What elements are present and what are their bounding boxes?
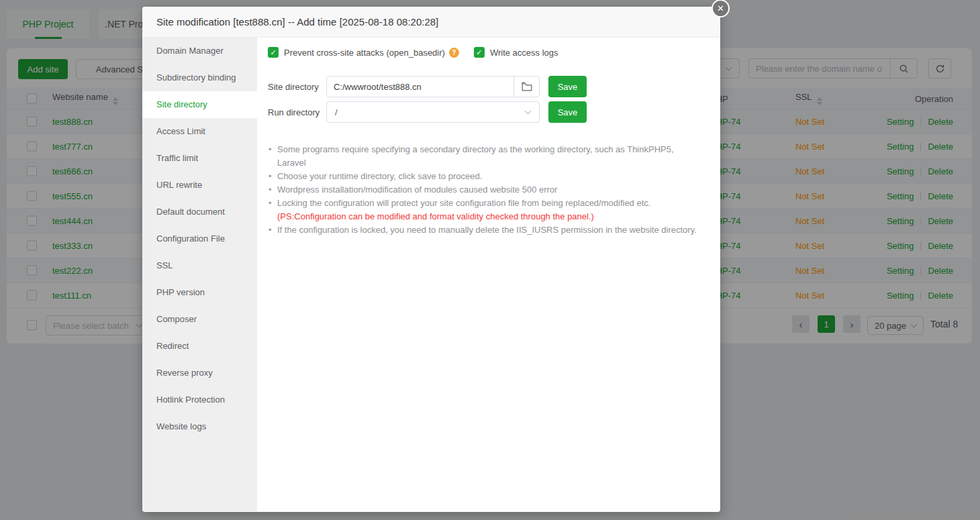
open-basedir-checkbox[interactable]: ✓ — [268, 47, 279, 58]
note-item: If the configuration is locked, you need… — [268, 223, 704, 237]
site-directory-panel: ✓ Prevent cross-site attacks (open_based… — [257, 38, 720, 511]
run-directory-label: Run directory — [268, 107, 326, 117]
menu-redirect[interactable]: Redirect — [142, 333, 257, 360]
note-item: Some programs require specifying a secon… — [268, 143, 704, 170]
note-warning: (PS:Configuration can be modified and fo… — [277, 210, 704, 223]
menu-configuration-file[interactable]: Configuration File — [142, 225, 257, 252]
menu-traffic-limit[interactable]: Traffic limit — [142, 145, 257, 172]
close-icon[interactable]: ✕ — [712, 0, 730, 17]
site-directory-label: Site directory — [268, 82, 326, 92]
menu-site-directory[interactable]: Site directory — [142, 91, 257, 118]
menu-subdirectory-binding[interactable]: Subdirectory binding — [142, 64, 257, 91]
menu-default-document[interactable]: Default document — [142, 199, 257, 225]
folder-icon — [522, 82, 532, 91]
note-item: Locking the configuration will protect y… — [268, 197, 704, 223]
menu-domain-manager[interactable]: Domain Manager — [142, 38, 257, 64]
dialog-sidebar: Domain Manager Subdirectory binding Site… — [142, 38, 257, 511]
note-item: Choose your runtime directory, click sav… — [268, 170, 704, 183]
menu-php-version[interactable]: PHP version — [142, 279, 257, 306]
run-directory-select[interactable]: / — [326, 101, 540, 123]
site-directory-group — [326, 76, 540, 97]
menu-access-limit[interactable]: Access Limit — [142, 118, 257, 145]
menu-hotlink-protection[interactable]: Hotlink Protection — [142, 386, 257, 413]
help-icon[interactable]: ? — [449, 48, 459, 58]
notes-list: Some programs require specifying a secon… — [268, 143, 704, 237]
save-site-directory-button[interactable]: Save — [548, 76, 587, 97]
menu-ssl[interactable]: SSL — [142, 252, 257, 279]
site-modification-dialog: ✕ Site modification [test888.cn] -- Add … — [142, 7, 720, 512]
open-basedir-label: Prevent cross-site attacks (open_basedir… — [284, 48, 445, 58]
menu-url-rewrite[interactable]: URL rewrite — [142, 172, 257, 199]
browse-folder-button[interactable] — [513, 76, 539, 97]
write-access-logs-checkbox[interactable]: ✓ — [474, 47, 485, 58]
site-directory-input[interactable] — [327, 82, 513, 92]
chevron-down-icon — [525, 108, 532, 115]
run-directory-value: / — [327, 107, 526, 117]
menu-composer[interactable]: Composer — [142, 306, 257, 333]
save-run-directory-button[interactable]: Save — [548, 101, 587, 123]
menu-reverse-proxy[interactable]: Reverse proxy — [142, 360, 257, 386]
note-item: Wordpress installation/modification of m… — [268, 183, 704, 197]
dialog-title: Site modification [test888.cn] -- Add ti… — [142, 7, 720, 38]
menu-website-logs[interactable]: Website logs — [142, 413, 257, 440]
screen: PHP Project .NET Project Add site Advanc… — [0, 0, 980, 520]
write-access-logs-label: Write access logs — [490, 48, 558, 58]
